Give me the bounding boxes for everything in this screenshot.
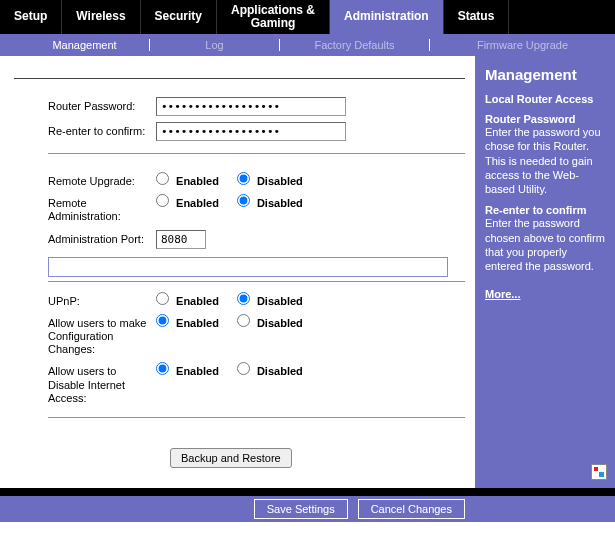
nav-spacer xyxy=(509,0,615,34)
subnav-firmware-upgrade[interactable]: Firmware Upgrade xyxy=(430,39,615,51)
allow-disable-label: Allow users to Disable Internet Access: xyxy=(14,362,156,405)
upnp-label: UPnP: xyxy=(14,292,156,308)
cancel-changes-button[interactable]: Cancel Changes xyxy=(358,499,465,519)
remote-admin-enabled[interactable]: Enabled xyxy=(156,194,219,209)
subnav-factory-defaults[interactable]: Factory Defaults xyxy=(280,39,430,51)
router-password-label: Router Password: xyxy=(14,97,156,113)
subnav-management[interactable]: Management xyxy=(20,39,150,51)
admin-port-label: Administration Port: xyxy=(14,230,156,246)
sub-nav: Management Log Factory Defaults Firmware… xyxy=(0,34,615,56)
remote-upgrade-enabled[interactable]: Enabled xyxy=(156,172,219,187)
remote-upgrade-label: Remote Upgrade: xyxy=(14,172,156,188)
reenter-label: Re-enter to confirm: xyxy=(14,122,156,138)
admin-port-input[interactable] xyxy=(156,230,206,249)
nav-administration[interactable]: Administration xyxy=(330,0,444,34)
allow-disable-enabled[interactable]: Enabled xyxy=(156,362,219,377)
upnp-enabled[interactable]: Enabled xyxy=(156,292,219,307)
allow-disable-disabled[interactable]: Disabled xyxy=(237,362,303,377)
allow-config-label: Allow users to make Configuration Change… xyxy=(14,314,156,357)
side-help-panel: Management Local Router Access Router Pa… xyxy=(475,56,615,488)
router-password-input[interactable] xyxy=(156,97,346,116)
side-more-link[interactable]: More... xyxy=(485,288,520,300)
main-panel: Router Password: Re-enter to confirm: Re… xyxy=(0,56,475,488)
reenter-password-input[interactable] xyxy=(156,122,346,141)
side-rp-title: Router Password xyxy=(485,113,607,125)
footer-bar: Save Settings Cancel Changes xyxy=(0,496,615,522)
side-re-title: Re-enter to confirm xyxy=(485,204,607,216)
side-re-text: Enter the password chosen above to confi… xyxy=(485,216,607,273)
nav-applications-gaming[interactable]: Applications & Gaming xyxy=(217,0,330,34)
save-settings-button[interactable]: Save Settings xyxy=(254,499,348,519)
nav-setup[interactable]: Setup xyxy=(0,0,62,34)
broken-image-icon xyxy=(591,464,607,480)
remote-admin-disabled[interactable]: Disabled xyxy=(237,194,303,209)
top-nav: Setup Wireless Security Applications & G… xyxy=(0,0,615,34)
subnav-log[interactable]: Log xyxy=(150,39,280,51)
nav-security[interactable]: Security xyxy=(141,0,217,34)
side-section1-title: Local Router Access xyxy=(485,93,607,105)
upnp-disabled[interactable]: Disabled xyxy=(237,292,303,307)
nav-status[interactable]: Status xyxy=(444,0,510,34)
remote-admin-label: Remote Administration: xyxy=(14,194,156,223)
side-title: Management xyxy=(485,66,607,83)
side-rp-text: Enter the password you chose for this Ro… xyxy=(485,125,607,196)
allow-config-disabled[interactable]: Disabled xyxy=(237,314,303,329)
remote-upgrade-disabled[interactable]: Disabled xyxy=(237,172,303,187)
footer-divider xyxy=(0,488,615,496)
backup-restore-button[interactable]: Backup and Restore xyxy=(170,448,292,468)
empty-box xyxy=(48,257,448,277)
allow-config-enabled[interactable]: Enabled xyxy=(156,314,219,329)
nav-wireless[interactable]: Wireless xyxy=(62,0,140,34)
